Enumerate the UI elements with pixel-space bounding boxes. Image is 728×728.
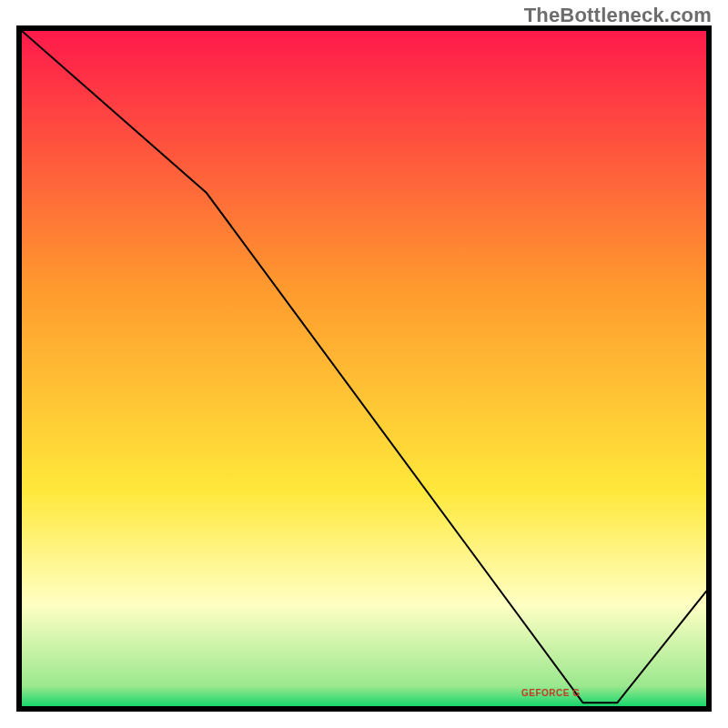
- attribution-watermark: TheBottleneck.com: [524, 4, 712, 27]
- chart-stage: TheBottleneck.com GEFORCE G: [0, 0, 728, 728]
- bottleneck-line: [22, 31, 706, 706]
- plot-area: GEFORCE G: [16, 25, 712, 712]
- annotation-label: GEFORCE G: [521, 688, 581, 698]
